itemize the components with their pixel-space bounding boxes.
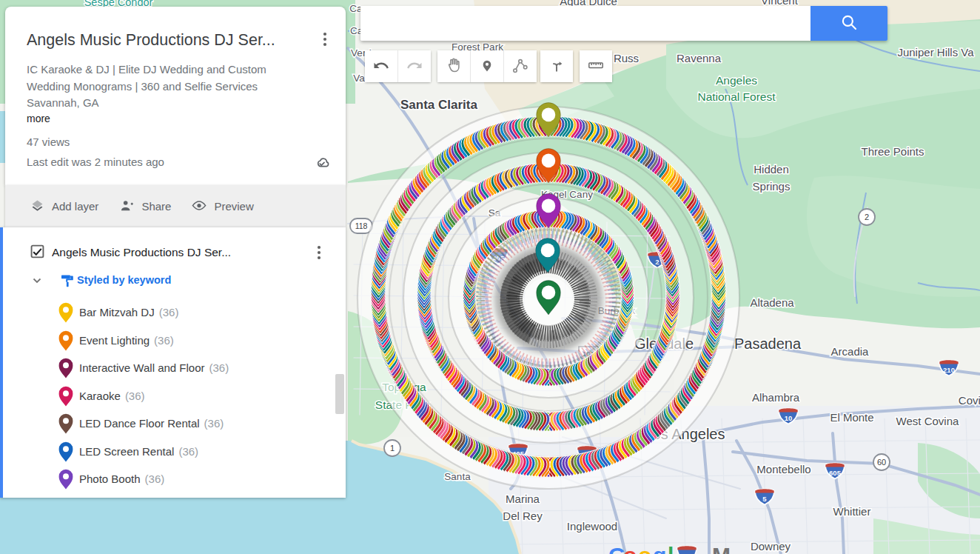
- keyword-label: LED Dance Floor Rental: [79, 417, 200, 430]
- share-label: Share: [141, 200, 171, 213]
- map-description-line: IC Karaoke & DJ | Elite DJ Wedding and C…: [27, 61, 266, 79]
- measure-button[interactable]: [580, 50, 612, 82]
- keyword-count: (36): [178, 445, 198, 458]
- draw-line-icon: [511, 56, 529, 77]
- style-rule-label: Styled by keyword: [77, 274, 171, 286]
- layers-icon: [30, 198, 45, 216]
- keyword-pin-icon: [58, 386, 73, 410]
- svg-text:o: o: [638, 543, 651, 554]
- redo-button[interactable]: [397, 50, 431, 82]
- keyword-count: (36): [125, 390, 145, 402]
- keyword-item[interactable]: Event Lighting (36): [3, 327, 346, 355]
- directions-fork-icon: [548, 56, 565, 77]
- keyword-item[interactable]: LED Dance Floor Rental (36): [3, 410, 346, 438]
- paint-roller-icon: [60, 273, 75, 291]
- keyword-count: (36): [209, 361, 229, 374]
- chevron-down-icon[interactable]: [31, 275, 43, 290]
- map-label: Hidden: [754, 163, 789, 176]
- map-title[interactable]: Angels Music Productions DJ Ser...: [27, 31, 304, 50]
- map-label: Alhambra: [752, 391, 800, 404]
- preview-button[interactable]: Preview: [191, 198, 253, 216]
- layer-title[interactable]: Angels Music Productions DJ Ser...: [52, 246, 296, 259]
- my-maps-editor: 405 405 2 210 10 10 605: [0, 0, 980, 554]
- keyword-list: Bar Mitzvah DJ (36) Event Lighting (36) …: [3, 298, 346, 493]
- keyword-pin-icon: [58, 413, 73, 437]
- map-label: Montebello: [756, 463, 810, 475]
- keyword-item[interactable]: Photo Booth (36): [3, 465, 346, 493]
- svg-text:l: l: [668, 543, 674, 554]
- map-label: El Monte: [830, 411, 873, 424]
- map-description: IC Karaoke & DJ | Elite DJ Wedding and C…: [27, 61, 266, 112]
- keyword-label: Event Lighting: [79, 334, 150, 347]
- map-menu-kebab-icon[interactable]: [316, 30, 334, 48]
- add-directions-button[interactable]: [540, 50, 573, 82]
- search-input[interactable]: [360, 6, 810, 41]
- svg-text:118: 118: [355, 221, 368, 230]
- map-drawing-toolbar: [365, 50, 612, 82]
- keyword-pin-icon: [58, 330, 73, 354]
- map-description-line: Savannah, GA: [27, 95, 266, 112]
- keyword-item[interactable]: Bar Mitzvah DJ (36): [3, 298, 346, 327]
- keyword-label: Interactive Wall and Floor: [79, 361, 205, 374]
- map-label: Three Points: [861, 145, 924, 158]
- map-label: Marina: [506, 493, 540, 505]
- map-label: Whittier: [833, 505, 871, 518]
- map-label: Pasadena: [734, 336, 802, 352]
- map-info-panel: Angels Music Productions DJ Ser... IC Ka…: [5, 7, 346, 185]
- draw-line-button[interactable]: [503, 50, 537, 82]
- route-shield: 60: [873, 454, 890, 470]
- map-label: National Forest: [697, 90, 776, 103]
- keyword-label: Bar Mitzvah DJ: [79, 306, 155, 318]
- keyword-pin-icon: [58, 441, 73, 465]
- panel-actions-bar: Add layer Share Preview: [5, 185, 346, 227]
- keyword-count: (36): [145, 473, 165, 485]
- keyword-label: Photo Booth: [79, 473, 141, 485]
- map-label: Inglewood: [567, 520, 617, 533]
- search-icon: [839, 13, 859, 34]
- map-label: Ravenna: [677, 52, 722, 64]
- map-label: Russ: [614, 52, 639, 64]
- keyword-item[interactable]: LED Screen Rental (36): [3, 438, 346, 466]
- map-description-line: Wedding Monograms | 360 and Selfie Servi…: [27, 79, 266, 96]
- pan-tool-button[interactable]: [437, 50, 470, 82]
- map-label: Altadena: [750, 296, 794, 309]
- keyword-count: (36): [159, 306, 179, 318]
- pan-hand-icon: [445, 56, 463, 77]
- svg-text:10: 10: [785, 414, 793, 422]
- map-label: Arcadia: [831, 345, 870, 358]
- undo-icon: [372, 56, 390, 77]
- svg-text:605: 605: [829, 469, 842, 477]
- measure-ruler-icon: [587, 56, 605, 77]
- preview-label: Preview: [214, 200, 253, 213]
- google-watermark: GooglM: [608, 543, 731, 554]
- map-label: Springs: [753, 180, 791, 193]
- layer-visibility-checkbox[interactable]: [30, 244, 44, 261]
- keyword-label: LED Screen Rental: [79, 445, 174, 458]
- share-button[interactable]: Share: [118, 198, 171, 216]
- cloud-saved-icon: [312, 154, 331, 176]
- add-layer-button[interactable]: Add layer: [30, 198, 98, 216]
- keyword-item[interactable]: Interactive Wall and Floor (36): [3, 354, 346, 382]
- undo-button[interactable]: [365, 50, 397, 82]
- keyword-count: (36): [154, 334, 174, 347]
- add-marker-button[interactable]: [470, 50, 503, 82]
- keyword-pin-icon: [58, 358, 73, 381]
- layer-panel: Angels Music Productions DJ Ser... Style…: [0, 227, 346, 498]
- eye-icon: [191, 198, 207, 216]
- svg-text:1: 1: [390, 444, 395, 453]
- keyword-item[interactable]: Karaoke (36): [3, 382, 346, 410]
- more-link[interactable]: more: [27, 113, 50, 124]
- layer-menu-kebab-icon[interactable]: [310, 244, 328, 261]
- keyword-pin-icon: [58, 469, 73, 493]
- views-count: 47 views: [27, 136, 70, 148]
- route-shield: 1: [384, 440, 400, 456]
- panel-scrollbar-thumb[interactable]: [335, 374, 344, 414]
- person-add-icon: [118, 198, 135, 216]
- search-button[interactable]: [810, 6, 887, 41]
- map-label: Angeles: [716, 74, 757, 87]
- route-shield: 2: [859, 209, 875, 225]
- redo-icon: [406, 56, 423, 77]
- add-layer-label: Add layer: [52, 200, 98, 213]
- keyword-pin-icon: [58, 302, 73, 326]
- map-label: Del Rey: [503, 510, 543, 522]
